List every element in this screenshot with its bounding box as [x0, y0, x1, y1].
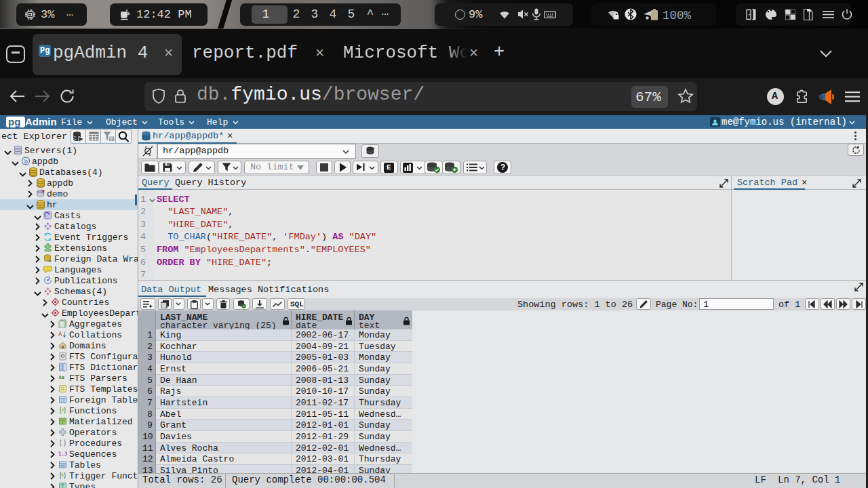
svg-text:1.3: 1.3 — [58, 451, 67, 457]
svg-text:T: T — [61, 484, 64, 488]
svg-text:A: A — [58, 331, 62, 338]
svg-text:Aa: Aa — [59, 375, 64, 380]
svg-text:f: f — [62, 408, 64, 413]
